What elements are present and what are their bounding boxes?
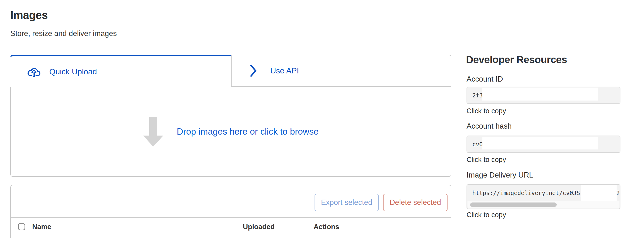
delete-selected-button[interactable]: Delete selected bbox=[383, 194, 448, 211]
redaction-overlay bbox=[482, 137, 598, 149]
account-id-label: Account ID bbox=[466, 75, 503, 84]
developer-resources-title: Developer Resources bbox=[466, 54, 567, 66]
upload-card: Quick Upload Use API Drop images here or… bbox=[10, 55, 452, 177]
table-header-row: Name Uploaded Actions bbox=[11, 217, 451, 236]
dropzone[interactable]: Drop images here or click to browse bbox=[11, 87, 451, 176]
image-delivery-url-value: https://imagedelivery.net/cv0JSj bbox=[472, 185, 584, 202]
redaction-overlay bbox=[581, 185, 616, 201]
tab-use-api[interactable]: Use API bbox=[231, 55, 452, 87]
image-delivery-url-copy-hint: Click to copy bbox=[466, 211, 506, 219]
redaction-overlay bbox=[482, 88, 598, 101]
account-hash-field[interactable]: cv0J bbox=[466, 135, 620, 153]
column-header-uploaded: Uploaded bbox=[243, 218, 275, 236]
image-delivery-url-label: Image Delivery URL bbox=[466, 171, 533, 179]
account-id-copy-hint: Click to copy bbox=[466, 107, 506, 115]
image-delivery-url-field[interactable]: https://imagedelivery.net/cv0JSj 2 bbox=[466, 184, 620, 209]
horizontal-scrollbar bbox=[468, 201, 620, 208]
chevron-right-icon bbox=[250, 64, 257, 78]
select-all-checkbox[interactable] bbox=[18, 223, 25, 230]
tab-use-api-label: Use API bbox=[270, 66, 299, 75]
scrollbar-thumb[interactable] bbox=[470, 203, 557, 207]
dropzone-label: Drop images here or click to browse bbox=[177, 127, 319, 137]
column-header-actions: Actions bbox=[314, 218, 339, 236]
account-hash-label: Account hash bbox=[466, 122, 512, 130]
down-arrow-icon bbox=[143, 117, 163, 147]
image-delivery-url-tail: 2 bbox=[616, 185, 619, 202]
list-toolbar: Export selected Delete selected bbox=[11, 185, 451, 217]
cloud-upload-icon bbox=[27, 66, 41, 77]
account-hash-copy-hint: Click to copy bbox=[466, 156, 506, 164]
image-list-card: Export selected Delete selected Name Upl… bbox=[10, 185, 452, 238]
tab-quick-upload-label: Quick Upload bbox=[49, 67, 97, 76]
page-subtitle: Store, resize and deliver images bbox=[10, 29, 117, 38]
export-selected-button[interactable]: Export selected bbox=[314, 194, 379, 211]
column-header-name: Name bbox=[32, 223, 51, 231]
tab-quick-upload[interactable]: Quick Upload bbox=[10, 55, 232, 87]
account-id-field[interactable]: 2f3d bbox=[466, 87, 620, 104]
page-title: Images bbox=[10, 9, 48, 22]
